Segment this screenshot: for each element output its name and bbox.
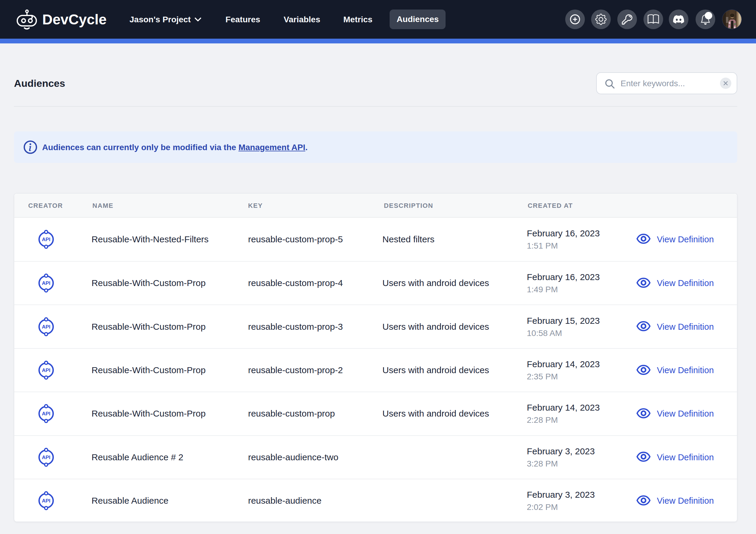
svg-text:API: API [42, 236, 51, 242]
svg-text:API: API [42, 454, 51, 460]
svg-text:API: API [42, 498, 51, 504]
svg-text:API: API [42, 324, 51, 330]
svg-text:API: API [42, 411, 51, 417]
svg-text:API: API [42, 367, 51, 373]
svg-text:API: API [42, 280, 51, 286]
